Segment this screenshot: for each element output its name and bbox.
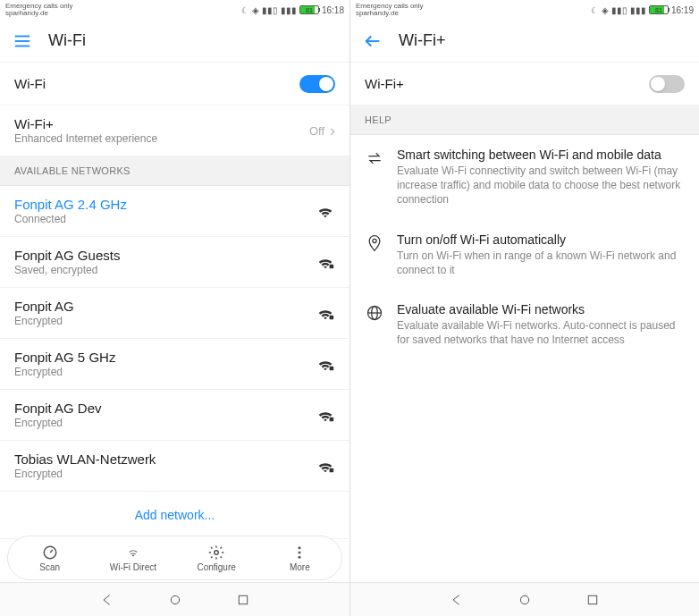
svg-rect-6 bbox=[330, 418, 334, 422]
wifi-direct-label: Wi-Fi Direct bbox=[110, 562, 156, 572]
chevron-right-icon: › bbox=[330, 122, 335, 140]
bottom-toolbar: Scan Wi-Fi Direct Configure More bbox=[7, 536, 342, 580]
wifi-plus-value: Off bbox=[309, 124, 324, 138]
scan-button[interactable]: Scan bbox=[8, 536, 91, 579]
location-icon bbox=[366, 234, 383, 252]
svg-line-9 bbox=[50, 550, 53, 553]
network-status: Saved, encrypted bbox=[14, 264, 316, 276]
wifi-plus-toggle-row[interactable]: Wi-Fi+ bbox=[350, 63, 699, 105]
nav-home-icon[interactable] bbox=[168, 593, 182, 607]
wifi-status-icon: ◈ bbox=[602, 5, 609, 15]
wifi-plus-toggle-label: Wi-Fi+ bbox=[365, 76, 649, 91]
help-desc: Evaluate Wi-Fi connectivity and switch b… bbox=[397, 164, 685, 207]
network-name: Fonpit AG Guests bbox=[14, 248, 316, 263]
wifi-plus-row[interactable]: Wi-Fi+ Enhanced Internet experience Off … bbox=[0, 105, 350, 156]
more-label: More bbox=[290, 562, 310, 572]
available-networks-header: AVAILABLE NETWORKS bbox=[0, 156, 350, 186]
nav-home-icon[interactable] bbox=[518, 593, 532, 607]
svg-rect-4 bbox=[330, 316, 334, 320]
more-button[interactable]: More bbox=[258, 536, 341, 579]
svg-rect-5 bbox=[330, 367, 334, 371]
scan-icon bbox=[42, 544, 58, 561]
svg-point-12 bbox=[299, 551, 301, 553]
svg-point-17 bbox=[373, 239, 376, 242]
network-name: Fonpit AG Dev bbox=[14, 401, 316, 416]
signal2-icon: ▮▮▮ bbox=[630, 5, 646, 15]
wifi-status-icon: ◈ bbox=[252, 5, 259, 15]
network-status: Encrypted bbox=[14, 366, 316, 378]
wifi-plus-toggle[interactable] bbox=[649, 75, 685, 93]
wifi-direct-button[interactable]: Wi-Fi Direct bbox=[91, 536, 174, 579]
configure-label: Configure bbox=[197, 562, 235, 572]
nav-recent-icon[interactable] bbox=[236, 593, 250, 607]
network-row[interactable]: Fonpit AGEncrypted bbox=[0, 288, 350, 339]
help-desc: Turn on Wi-Fi when in range of a known W… bbox=[397, 249, 685, 277]
svg-rect-3 bbox=[330, 265, 334, 269]
svg-point-21 bbox=[520, 595, 528, 603]
page-title: Wi-Fi+ bbox=[399, 31, 446, 50]
svg-rect-22 bbox=[588, 595, 596, 603]
svg-point-13 bbox=[299, 555, 301, 558]
configure-button[interactable]: Configure bbox=[175, 536, 258, 579]
help-item: Turn on/off Wi-Fi automaticallyTurn on W… bbox=[350, 220, 699, 290]
svg-rect-7 bbox=[330, 468, 334, 473]
carrier-sub: sparhandy.de bbox=[356, 10, 424, 17]
network-status: Encrypted bbox=[14, 315, 316, 327]
help-title: Evaluate available Wi-Fi networks bbox=[397, 302, 685, 316]
nav-bar bbox=[350, 582, 699, 616]
battery-icon: 81 bbox=[649, 5, 669, 14]
clock: 16:19 bbox=[671, 5, 694, 15]
network-row[interactable]: Tobias WLAN-NetzwerkEncrypted bbox=[0, 441, 350, 492]
wifi-plus-screen: Emergency calls only sparhandy.de ☾ ◈ ▮▮… bbox=[350, 0, 699, 616]
network-row[interactable]: Fonpit AG GuestsSaved, encrypted bbox=[0, 237, 350, 288]
app-bar: Wi-Fi bbox=[0, 20, 350, 63]
network-status: Encrypted bbox=[14, 417, 316, 429]
status-bar: Emergency calls only sparhandy.de ☾ ◈ ▮▮… bbox=[0, 0, 350, 20]
network-row[interactable]: Fonpit AG DevEncrypted bbox=[0, 390, 350, 441]
network-status: Connected bbox=[14, 213, 316, 225]
globe-icon bbox=[366, 304, 383, 322]
scan-label: Scan bbox=[39, 562, 60, 572]
svg-point-10 bbox=[215, 550, 219, 554]
more-icon bbox=[291, 544, 307, 561]
network-name: Fonpit AG bbox=[14, 299, 316, 314]
carrier-sub: sparhandy.de bbox=[5, 10, 73, 17]
network-row[interactable]: Fonpit AG 5 GHzEncrypted bbox=[0, 339, 350, 390]
wifi-toggle-row[interactable]: Wi-Fi bbox=[0, 63, 350, 105]
help-header: HELP bbox=[350, 105, 699, 135]
battery-icon: 81 bbox=[299, 5, 319, 14]
signal2-icon: ▮▮▮ bbox=[281, 5, 297, 15]
wifi-signal-lock-icon bbox=[316, 456, 335, 476]
page-title: Wi-Fi bbox=[48, 31, 86, 50]
gear-icon bbox=[208, 544, 224, 561]
wifi-settings-screen: Emergency calls only sparhandy.de ☾ ◈ ▮▮… bbox=[0, 0, 350, 616]
back-icon[interactable] bbox=[363, 31, 383, 51]
nav-bar bbox=[0, 582, 350, 616]
help-item: Smart switching between Wi-Fi and mobile… bbox=[350, 135, 699, 220]
wifi-toggle[interactable] bbox=[299, 75, 335, 93]
network-name: Fonpit AG 5 GHz bbox=[14, 350, 316, 365]
network-name: Tobias WLAN-Netzwerk bbox=[14, 451, 316, 467]
status-bar: Emergency calls only sparhandy.de ☾ ◈ ▮▮… bbox=[350, 0, 699, 20]
nav-back-icon[interactable] bbox=[100, 593, 114, 607]
network-row[interactable]: Fonpit AG 2.4 GHzConnected bbox=[0, 186, 350, 237]
help-title: Smart switching between Wi-Fi and mobile… bbox=[397, 148, 685, 162]
nav-recent-icon[interactable] bbox=[585, 593, 600, 607]
svg-point-11 bbox=[299, 546, 301, 549]
app-bar: Wi-Fi+ bbox=[350, 20, 699, 63]
dnd-icon: ☾ bbox=[591, 5, 599, 15]
wifi-signal-lock-icon bbox=[316, 252, 335, 272]
clock: 16:18 bbox=[322, 5, 344, 15]
wifi-signal-icon bbox=[316, 201, 335, 221]
add-network-button[interactable]: Add network... bbox=[0, 492, 350, 539]
wifi-toggle-label: Wi-Fi bbox=[14, 76, 299, 91]
nav-back-icon[interactable] bbox=[450, 593, 464, 607]
wifi-signal-lock-icon bbox=[316, 303, 335, 323]
help-item: Evaluate available Wi-Fi networksEvaluat… bbox=[350, 290, 699, 359]
svg-rect-15 bbox=[239, 595, 247, 603]
signal-icon: ▮▮▯ bbox=[262, 5, 278, 15]
wifi-signal-lock-icon bbox=[316, 354, 335, 374]
dnd-icon: ☾ bbox=[241, 5, 249, 15]
wifi-plus-subtitle: Enhanced Internet experience bbox=[14, 132, 309, 145]
menu-icon[interactable] bbox=[13, 31, 32, 51]
